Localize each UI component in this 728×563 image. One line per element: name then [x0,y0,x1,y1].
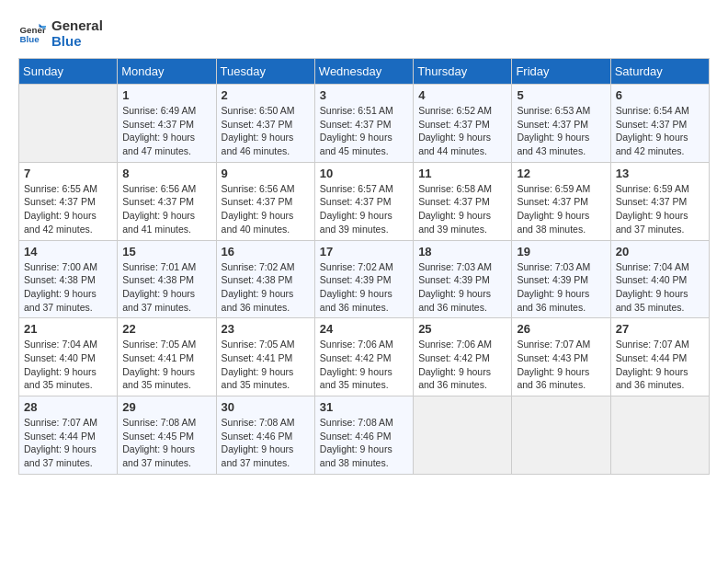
cell-info: Sunrise: 7:07 AMSunset: 4:44 PMDaylight:… [24,416,112,470]
cell-info: Sunrise: 6:53 AMSunset: 4:37 PMDaylight:… [517,104,605,158]
calendar-cell: 20Sunrise: 7:04 AMSunset: 4:40 PMDayligh… [610,240,709,318]
logo-icon: General Blue [18,20,46,48]
logo-text-general: General [51,18,103,34]
calendar-cell: 25Sunrise: 7:06 AMSunset: 4:42 PMDayligh… [414,318,512,396]
day-number: 14 [24,245,112,259]
weekday-header: Monday [118,59,216,85]
calendar-cell: 3Sunrise: 6:51 AMSunset: 4:37 PMDaylight… [314,85,413,163]
day-number: 10 [320,167,408,180]
day-number: 29 [122,400,210,414]
day-number: 4 [418,88,506,102]
cell-info: Sunrise: 6:56 AMSunset: 4:37 PMDaylight:… [122,182,210,236]
calendar-cell: 19Sunrise: 7:03 AMSunset: 4:39 PMDayligh… [512,240,610,318]
cell-info: Sunrise: 6:52 AMSunset: 4:37 PMDaylight:… [418,104,506,158]
calendar-cell: 6Sunrise: 6:54 AMSunset: 4:37 PMDaylight… [610,85,709,163]
cell-info: Sunrise: 7:00 AMSunset: 4:38 PMDaylight:… [24,260,112,315]
calendar-week-row: 21Sunrise: 7:04 AMSunset: 4:40 PMDayligh… [19,318,710,396]
cell-info: Sunrise: 7:08 AMSunset: 4:46 PMDaylight:… [320,416,408,470]
calendar-cell: 27Sunrise: 7:07 AMSunset: 4:44 PMDayligh… [610,318,709,396]
day-number: 28 [24,400,112,414]
calendar-cell [512,396,610,475]
day-number: 15 [122,245,210,259]
day-number: 20 [616,245,704,259]
header: General Blue General Blue [18,18,710,49]
day-number: 22 [122,322,210,336]
calendar-week-row: 1Sunrise: 6:49 AMSunset: 4:37 PMDaylight… [19,85,710,163]
day-number: 5 [517,88,605,102]
calendar-cell: 1Sunrise: 6:49 AMSunset: 4:37 PMDaylight… [118,85,216,163]
calendar-cell: 17Sunrise: 7:02 AMSunset: 4:39 PMDayligh… [314,240,413,318]
day-number: 6 [616,88,704,102]
day-number: 2 [222,88,310,102]
calendar-cell: 16Sunrise: 7:02 AMSunset: 4:38 PMDayligh… [216,240,314,318]
cell-info: Sunrise: 6:56 AMSunset: 4:37 PMDaylight:… [222,182,310,236]
calendar-cell: 29Sunrise: 7:08 AMSunset: 4:45 PMDayligh… [118,396,216,475]
day-number: 11 [418,167,506,180]
calendar-cell [414,396,512,475]
calendar-cell: 15Sunrise: 7:01 AMSunset: 4:38 PMDayligh… [118,240,216,318]
day-number: 19 [517,245,605,259]
calendar-cell: 13Sunrise: 6:59 AMSunset: 4:37 PMDayligh… [610,162,709,240]
weekday-header: Sunday [19,59,118,85]
calendar-cell: 26Sunrise: 7:07 AMSunset: 4:43 PMDayligh… [512,318,610,396]
day-number: 16 [222,245,310,259]
day-number: 24 [320,322,408,336]
day-number: 18 [418,245,506,259]
cell-info: Sunrise: 7:02 AMSunset: 4:38 PMDaylight:… [222,260,310,315]
weekday-header: Friday [512,59,610,85]
cell-info: Sunrise: 7:05 AMSunset: 4:41 PMDaylight:… [222,338,310,392]
calendar-cell: 14Sunrise: 7:00 AMSunset: 4:38 PMDayligh… [19,240,118,318]
calendar-cell: 24Sunrise: 7:06 AMSunset: 4:42 PMDayligh… [314,318,413,396]
calendar-cell: 12Sunrise: 6:59 AMSunset: 4:37 PMDayligh… [512,162,610,240]
calendar-table: SundayMondayTuesdayWednesdayThursdayFrid… [18,58,710,475]
calendar-cell: 8Sunrise: 6:56 AMSunset: 4:37 PMDaylight… [118,162,216,240]
calendar-week-row: 14Sunrise: 7:00 AMSunset: 4:38 PMDayligh… [19,240,710,318]
day-number: 31 [320,400,408,414]
day-number: 30 [222,400,310,414]
cell-info: Sunrise: 7:07 AMSunset: 4:44 PMDaylight:… [616,338,704,392]
day-number: 9 [222,167,310,180]
day-number: 3 [320,88,408,102]
cell-info: Sunrise: 7:05 AMSunset: 4:41 PMDaylight:… [122,338,210,392]
calendar-cell: 10Sunrise: 6:57 AMSunset: 4:37 PMDayligh… [314,162,413,240]
logo: General Blue General Blue [18,18,103,49]
cell-info: Sunrise: 7:03 AMSunset: 4:39 PMDaylight:… [517,260,605,315]
day-number: 1 [122,88,210,102]
day-number: 26 [517,322,605,336]
weekday-header: Tuesday [216,59,314,85]
day-number: 13 [616,167,704,180]
day-number: 8 [122,167,210,180]
day-number: 27 [616,322,704,336]
day-number: 25 [418,322,506,336]
cell-info: Sunrise: 7:07 AMSunset: 4:43 PMDaylight:… [517,338,605,392]
cell-info: Sunrise: 7:04 AMSunset: 4:40 PMDaylight:… [616,260,704,315]
calendar-cell: 9Sunrise: 6:56 AMSunset: 4:37 PMDaylight… [216,162,314,240]
cell-info: Sunrise: 7:08 AMSunset: 4:46 PMDaylight:… [222,416,310,470]
calendar-cell: 21Sunrise: 7:04 AMSunset: 4:40 PMDayligh… [19,318,118,396]
calendar-cell: 5Sunrise: 6:53 AMSunset: 4:37 PMDaylight… [512,85,610,163]
day-number: 21 [24,322,112,336]
cell-info: Sunrise: 6:49 AMSunset: 4:37 PMDaylight:… [122,104,210,158]
cell-info: Sunrise: 6:50 AMSunset: 4:37 PMDaylight:… [222,104,310,158]
calendar-week-row: 7Sunrise: 6:55 AMSunset: 4:37 PMDaylight… [19,162,710,240]
day-number: 23 [222,322,310,336]
weekday-header: Saturday [610,59,709,85]
cell-info: Sunrise: 7:04 AMSunset: 4:40 PMDaylight:… [24,338,112,392]
cell-info: Sunrise: 7:06 AMSunset: 4:42 PMDaylight:… [418,338,506,392]
cell-info: Sunrise: 7:01 AMSunset: 4:38 PMDaylight:… [122,260,210,315]
day-number: 7 [24,167,112,180]
day-number: 12 [517,167,605,180]
calendar-cell [610,396,709,475]
calendar-cell: 31Sunrise: 7:08 AMSunset: 4:46 PMDayligh… [314,396,413,475]
day-number: 17 [320,245,408,259]
calendar-cell: 7Sunrise: 6:55 AMSunset: 4:37 PMDaylight… [19,162,118,240]
calendar-cell: 28Sunrise: 7:07 AMSunset: 4:44 PMDayligh… [19,396,118,475]
weekday-header: Wednesday [314,59,413,85]
calendar-cell: 4Sunrise: 6:52 AMSunset: 4:37 PMDaylight… [414,85,512,163]
logo-text-blue: Blue [51,34,103,50]
cell-info: Sunrise: 6:57 AMSunset: 4:37 PMDaylight:… [320,182,408,236]
calendar-header-row: SundayMondayTuesdayWednesdayThursdayFrid… [19,59,710,85]
cell-info: Sunrise: 6:58 AMSunset: 4:37 PMDaylight:… [418,182,506,236]
cell-info: Sunrise: 6:59 AMSunset: 4:37 PMDaylight:… [616,182,704,236]
calendar-cell: 18Sunrise: 7:03 AMSunset: 4:39 PMDayligh… [414,240,512,318]
